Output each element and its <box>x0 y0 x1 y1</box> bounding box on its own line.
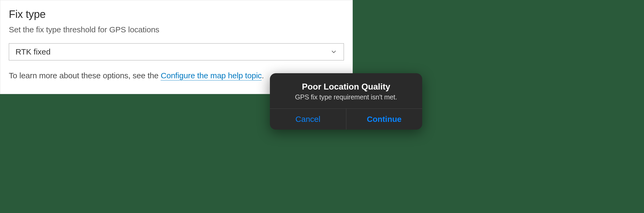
configure-map-help-link[interactable]: Configure the map help topic <box>161 71 262 80</box>
alert-message: GPS fix type requirement isn't met. <box>276 93 416 101</box>
location-quality-alert: Poor Location Quality GPS fix type requi… <box>270 73 422 130</box>
settings-title: Fix type <box>9 8 344 20</box>
continue-button[interactable]: Continue <box>346 109 422 130</box>
settings-description: Set the fix type threshold for GPS locat… <box>9 25 344 34</box>
chevron-down-icon <box>330 48 337 55</box>
dropdown-selected-value: RTK fixed <box>15 47 51 56</box>
footer-suffix: . <box>262 71 264 80</box>
alert-button-row: Cancel Continue <box>270 109 422 130</box>
alert-body: Poor Location Quality GPS fix type requi… <box>270 73 422 109</box>
footer-prefix: To learn more about these options, see t… <box>9 71 161 80</box>
cancel-button[interactable]: Cancel <box>270 109 346 130</box>
fix-type-dropdown[interactable]: RTK fixed <box>9 43 344 60</box>
alert-title: Poor Location Quality <box>276 82 416 92</box>
